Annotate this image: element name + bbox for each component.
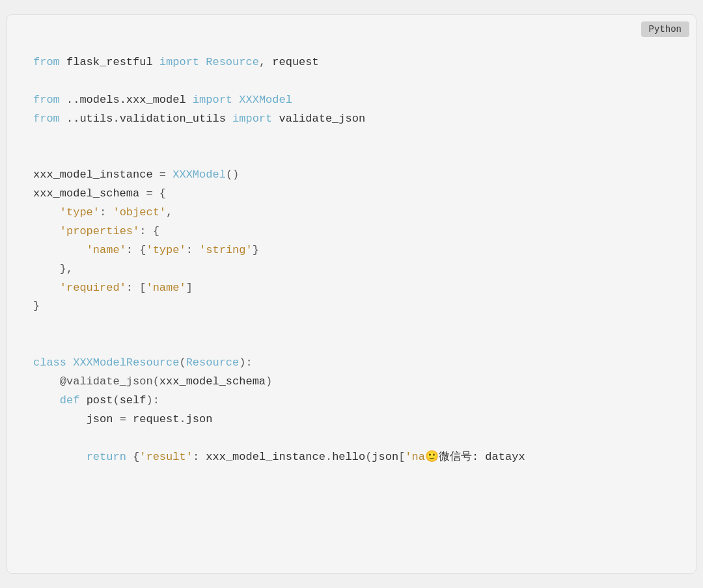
- language-badge: Python: [641, 21, 689, 37]
- code-container: Python from flask_restful import Resourc…: [7, 14, 696, 574]
- code-block: from flask_restful import Resource, requ…: [33, 34, 670, 466]
